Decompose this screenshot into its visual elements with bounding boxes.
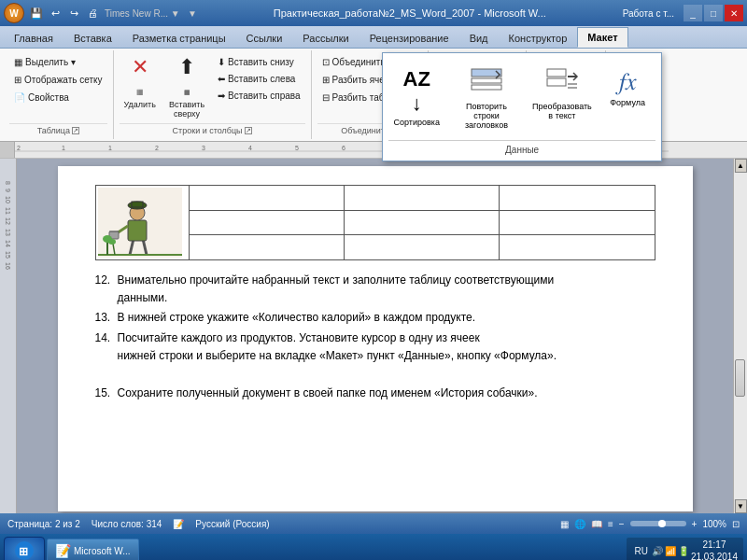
start-button[interactable]: ⊞ (4, 537, 45, 560)
table-cell-r1c2[interactable] (189, 186, 344, 211)
figure-placeholder (98, 188, 182, 258)
group-data: 🗄 Данные Данные AZ↓ Сортировка (606, 50, 662, 139)
fit-page-icon[interactable]: ⊡ (732, 519, 740, 529)
minimize-button[interactable]: _ (684, 5, 702, 21)
view-web-icon[interactable]: 🌐 (574, 519, 585, 529)
tab-insert[interactable]: Вставка (63, 27, 122, 48)
zoom-slider[interactable] (630, 521, 686, 526)
zoom-plus[interactable]: + (692, 519, 698, 529)
instruction-13: 13. В нижней строке укажите «Количество … (95, 309, 655, 327)
battery-icon: 🔋 (678, 546, 689, 556)
tab-layout-page[interactable]: Разметка страницы (122, 27, 236, 48)
print-quick-btn[interactable]: 🖨 (84, 5, 101, 21)
insert-below-button[interactable]: ⬇ Вставить снизу (213, 54, 304, 70)
group-rows-expand[interactable]: ↗ (245, 127, 252, 134)
insert-above-icon: ⬆▦ (178, 57, 195, 98)
table-cell-r1c3[interactable] (344, 186, 499, 211)
taskbar-app-word[interactable]: 📝 Microsoft W... (47, 539, 139, 560)
tray-area: RU 🔊 📶 🔋 21:17 21.03.2014 (627, 538, 743, 560)
properties-button[interactable]: 📄 Свойства (9, 90, 74, 105)
title-bar-left: W 💾 ↩ ↪ 🖨 Times New R... ▼ ▼ (4, 3, 197, 23)
sidebar-left: 8 9 10 11 12 13 14 15 16 (0, 159, 17, 513)
table-row (95, 186, 655, 211)
tab-mailings[interactable]: Рассылки (292, 27, 359, 48)
view-read-icon[interactable]: 📖 (591, 519, 602, 529)
merge-cells-icon: ⊡ (322, 57, 330, 67)
insert-right-icon: ➡ (218, 91, 225, 101)
scroll-track[interactable] (734, 173, 747, 499)
insert-left-button[interactable]: ⬅ Вставить слева (213, 71, 304, 87)
table-cell-r2c3[interactable] (344, 210, 499, 235)
delete-button[interactable]: ✕▦ Удалить (120, 54, 161, 112)
scroll-thumb[interactable] (735, 359, 745, 397)
repeat-headers-icon (470, 67, 503, 100)
close-button[interactable]: ✕ (725, 5, 743, 21)
font-indicator: Times New R... ▼ ▼ (105, 8, 197, 19)
spell-icon: 📝 (173, 519, 184, 529)
language-info: Русский (Россия) (195, 519, 269, 529)
tab-review[interactable]: Рецензирование (359, 27, 459, 48)
convert-icon (545, 67, 579, 100)
insert-right-button[interactable]: ➡ Вставить справа (213, 88, 304, 104)
zoom-level: 100% (702, 519, 726, 529)
convert-button[interactable]: Преобразоватьв текст (529, 63, 597, 134)
tab-design[interactable]: Конструктор (499, 27, 578, 48)
vertical-scrollbar[interactable]: ▲ ▼ (733, 159, 747, 513)
view-normal-icon[interactable]: ▦ (560, 519, 569, 529)
taskbar-right: RU 🔊 📶 🔋 21:17 21.03.2014 (627, 538, 743, 560)
tab-layout[interactable]: Макет (577, 27, 627, 48)
table-cell-r3c2[interactable] (189, 235, 344, 260)
document: 12. Внимательно прочитайте набранный тек… (58, 166, 693, 511)
select-icon: ▦ (14, 57, 22, 67)
main-area: 8 9 10 11 12 13 14 15 16 (0, 159, 747, 513)
scroll-down-arrow[interactable]: ▼ (735, 499, 747, 513)
tab-references[interactable]: Ссылки (236, 27, 293, 48)
table-cell-image (95, 186, 189, 260)
tab-view[interactable]: Вид (459, 27, 499, 48)
table-cell-r2c2[interactable] (189, 210, 344, 235)
clock-time: 21:17 (691, 539, 738, 551)
table-cell-r3c3[interactable] (344, 235, 499, 260)
delete-icon: ✕▦ (132, 57, 148, 98)
split-table-icon: ⊟ (322, 92, 330, 103)
zoom-minus[interactable]: − (619, 519, 625, 529)
group-table-expand[interactable]: ↗ (72, 127, 79, 134)
gridlines-button[interactable]: ⊞ Отображать сетку (9, 72, 107, 88)
item-num-14: 14. (95, 329, 114, 365)
lang-indicator[interactable]: RU (632, 546, 649, 556)
formula-button[interactable]: 𝑓𝑥 Формула (599, 63, 655, 134)
table-cell-r1c4[interactable] (500, 186, 655, 211)
office-button[interactable]: W (4, 3, 24, 23)
window-controls: Работа с т... _ □ ✕ (623, 5, 743, 21)
svg-rect-4 (547, 78, 566, 86)
group-table-content: ▦ Выделить ▾ ⊞ Отображать сетку 📄 Свойст… (9, 52, 107, 123)
network-icon: 📶 (665, 546, 676, 556)
document-area[interactable]: 12. Внимательно прочитайте набранный тек… (17, 159, 733, 513)
scroll-up-arrow[interactable]: ▲ (735, 159, 747, 173)
word-count: Число слов: 314 (92, 519, 162, 529)
svg-rect-3 (547, 69, 566, 77)
sort-icon: AZ↓ (403, 67, 430, 116)
repeat-headers-button[interactable]: Повторить строкизаголовков (448, 63, 524, 134)
insert-above-button[interactable]: ⬆▦ Вставитьсверху (164, 54, 209, 121)
redo-quick-btn[interactable]: ↪ (65, 5, 82, 21)
ruler-left-margin (0, 142, 15, 158)
tab-home[interactable]: Главная (4, 27, 63, 48)
split-cells-icon: ⊞ (322, 75, 330, 85)
view-outline-icon[interactable]: ≡ (608, 519, 613, 529)
table-cell-r3c4[interactable] (500, 235, 655, 260)
item-text-12: Внимательно прочитайте набранный текст и… (118, 272, 555, 307)
item-text-15: Сохраните полученный документ в своей па… (118, 385, 538, 402)
maximize-button[interactable]: □ (704, 5, 723, 21)
svg-text:2: 2 (155, 145, 159, 151)
table-cell-r2c4[interactable] (500, 210, 655, 235)
select-button[interactable]: ▦ Выделить ▾ (9, 54, 80, 70)
undo-quick-btn[interactable]: ↩ (47, 5, 63, 21)
properties-icon: 📄 (14, 92, 25, 103)
formula-icon: 𝑓𝑥 (619, 67, 637, 96)
save-quick-btn[interactable]: 💾 (28, 5, 45, 21)
sort-button[interactable]: AZ↓ Сортировка (388, 63, 444, 134)
status-right: ▦ 🌐 📖 ≡ − + 100% ⊡ (560, 519, 740, 529)
svg-text:1: 1 (108, 145, 112, 151)
item-num-15: 15. (95, 385, 114, 402)
